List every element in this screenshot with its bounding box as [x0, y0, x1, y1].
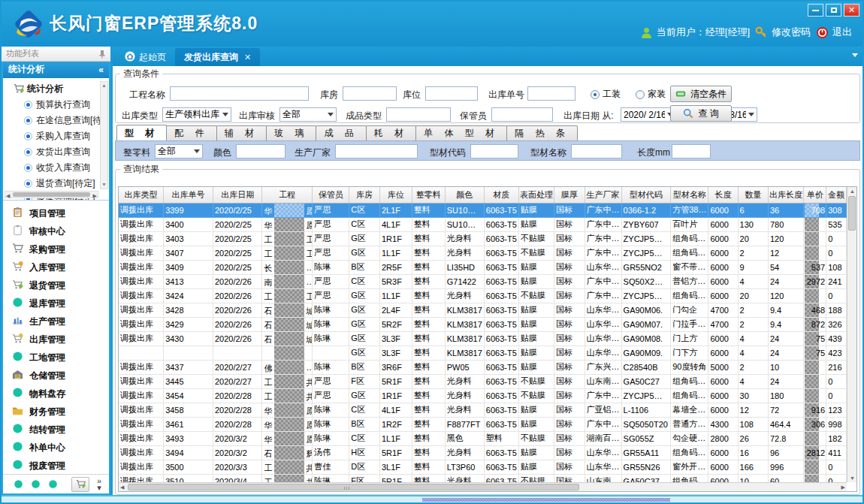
table-row[interactable]: 调拨出库34932020/3/2华原…陈琳C区1L1F整料黑色塑料不贴膜国标湖南… [119, 431, 847, 445]
tree-item-3[interactable]: 发货出库查询 [6, 144, 107, 160]
table-row[interactable]: 调拨出库34372020/2/27佛…陈琳B区3R6F整料PW056063-T5… [119, 360, 847, 374]
table-row[interactable]: 调拨出库34092020/2/25长…陈琳B区2R5F整料LI35HD6063-… [119, 260, 847, 274]
dot-icon[interactable] [48, 479, 58, 489]
order-no-input[interactable] [527, 86, 575, 101]
project-name-input[interactable] [170, 86, 309, 101]
table-row[interactable]: 调拨出库34302020/2/26石城陈琳G区3L3F整料KLM38176063… [119, 331, 847, 346]
horizontal-scrollbar-thumb[interactable] [128, 484, 579, 490]
material-tab-4[interactable]: 成 品 [316, 125, 366, 140]
material-tab-0[interactable]: 型 材 [116, 125, 167, 140]
radio-home[interactable]: 家装 [636, 88, 666, 101]
material-tab-1[interactable]: 配 件 [166, 125, 216, 140]
column-header-film[interactable]: 膜厚 [554, 187, 585, 203]
sidebar-item-10[interactable]: 物料盘存 [3, 385, 109, 403]
pin-icon[interactable] [98, 50, 106, 59]
table-row[interactable]: 调拨出库35102020/3/4工共工程陈琳F区5R1F整料光身料6063-T5… [119, 474, 847, 482]
table-row[interactable]: 调拨出库34452020/2/27工共工程严思F区5R1F整料光身料6063-T… [119, 374, 847, 388]
maker-input[interactable] [335, 144, 418, 158]
minimize-button[interactable] [808, 4, 823, 17]
sidebar-item-4[interactable]: 退货管理 [3, 276, 109, 294]
tree-item-0[interactable]: 预算执行查询 [6, 97, 107, 113]
table-row[interactable]: 调拨出库34942020/3/2石辉城汤伟H区5R1F整料光身料6063-T5贴… [119, 445, 847, 460]
logout-button[interactable]: 退出 [816, 26, 852, 39]
tree-item-2[interactable]: 采购入库查询 [6, 128, 107, 144]
profile-code-input[interactable] [470, 144, 518, 158]
sidebar-item-5[interactable]: 退库管理 [3, 294, 109, 312]
vertical-scrollbar[interactable]: ▲ ▼ [847, 187, 856, 482]
change-password-button[interactable]: 修改密码 [755, 26, 811, 39]
sidebar-item-2[interactable]: 采购管理 [3, 240, 109, 258]
column-header-outlen[interactable]: 出库长度 [768, 187, 803, 203]
material-tab-2[interactable]: 辅 材 [216, 125, 267, 140]
clear-conditions-button[interactable]: 清空条件 [670, 86, 732, 102]
sidebar-item-13[interactable]: 补单中心 [3, 439, 109, 457]
close-button[interactable]: ✕ [844, 4, 859, 17]
material-tab-7[interactable]: 隔 热 条 [506, 125, 578, 140]
table-row[interactable]: 调拨出库34542020/2/28工共工程严思G区1R1F整料光身料6063-T… [119, 388, 847, 403]
column-header-date[interactable]: 出库日期 [213, 187, 261, 203]
column-header-name[interactable]: 型材名称 [671, 187, 708, 203]
table-row[interactable]: 调拨出库34292020/2/26石城陈琳G区5R2F整料KLM38176063… [119, 317, 847, 331]
sidebar-item-1[interactable]: 审核中心 [3, 222, 109, 240]
tree-item-4[interactable]: 收货入库查询 [6, 160, 107, 176]
collapse-icon[interactable]: « [98, 65, 104, 75]
column-header-code[interactable]: 型材代码 [621, 187, 671, 203]
radio-industrial[interactable]: 工装 [591, 88, 621, 101]
color-input[interactable] [236, 144, 285, 158]
sidebar-item-14[interactable]: 报废管理 [3, 457, 109, 474]
maximize-button[interactable] [826, 4, 841, 17]
tree-root[interactable]: 统计分析 [6, 81, 107, 97]
table-row[interactable]: 调拨出库34032020/2/25工工程严思G区1R1F整料光身料6063-T5… [119, 231, 847, 246]
tab-1[interactable]: 发货出库查询✕ [175, 48, 260, 66]
column-header-wh[interactable]: 库房 [349, 187, 380, 203]
product-type-input[interactable] [386, 107, 451, 122]
column-header-no[interactable]: 出库单号 [164, 187, 213, 203]
column-header-keeper[interactable]: 保管员 [313, 187, 349, 203]
sidebar-item-8[interactable]: 工地管理 [3, 349, 109, 367]
sidebar-item-9[interactable]: 仓储管理 [3, 367, 109, 385]
table-row[interactable]: 调拨出库34282020/2/26石城陈琳G区2L4F整料KLM38176063… [119, 303, 847, 317]
sidebar-item-12[interactable]: 结转管理 [3, 421, 109, 439]
column-header-type[interactable]: 出库类型 [119, 187, 164, 203]
material-tab-5[interactable]: 耗 材 [366, 125, 416, 140]
tree-item-5[interactable]: 退货查询[待定] [6, 176, 107, 192]
sidebar-item-6[interactable]: 生产管理 [3, 312, 109, 330]
keeper-input[interactable] [491, 107, 553, 122]
column-header-maker[interactable]: 生产厂家 [585, 187, 621, 203]
tree-horizontal-scrollbar[interactable]: ◀▶ [5, 191, 98, 198]
sidebar-item-3[interactable]: 入库管理 [3, 258, 109, 276]
column-header-proj[interactable]: 工程 [262, 187, 313, 203]
sidebar-item-0[interactable]: 项目管理 [3, 204, 109, 222]
column-header-mat[interactable]: 材质 [484, 187, 518, 203]
sidebar-section-header[interactable]: 统计分析 « [3, 62, 109, 78]
table-row[interactable]: 调拨出库34002020/2/25华原…严思C区4L1F整料SU10…6063-… [119, 217, 847, 231]
sidebar-item-7[interactable]: 出库管理 [3, 330, 109, 349]
dot-icon[interactable] [31, 479, 41, 489]
vertical-scrollbar-thumb[interactable] [848, 196, 856, 231]
dot-icon[interactable] [14, 479, 23, 489]
date-from-picker[interactable]: 2020/ 2/16 [621, 107, 676, 122]
cart-toolbar-button[interactable] [71, 477, 89, 492]
length-input[interactable] [672, 144, 711, 158]
table-row[interactable]: 调拨出库35002020/3/3工共工程曹佳D区3L1F整料LT3P606063… [119, 460, 847, 474]
column-header-amt[interactable]: 金额 [826, 187, 847, 203]
warehouse-input[interactable] [343, 86, 397, 101]
horizontal-scrollbar[interactable]: ◀ ▶ [119, 482, 847, 491]
column-header-color[interactable]: 颜色 [445, 187, 484, 203]
table-row[interactable]: 调拨出库34582020/2/28华原…陈琳C区4L1F整料光身料6063-T5… [119, 403, 847, 417]
profile-name-input[interactable] [571, 144, 622, 158]
out-type-combo[interactable]: 生产领料出库 [162, 107, 231, 122]
table-row[interactable]: 调拨出库34132020/2/26南…严思C区5R3F整料G714226063-… [119, 274, 847, 288]
table-row[interactable]: G区3L3F整料KLM38176063-T5贴膜国标山东华…GA90M09.门下… [119, 346, 847, 360]
tab-close-icon[interactable]: ✕ [244, 53, 251, 62]
tab-0[interactable]: 起始页 [116, 48, 175, 66]
location-input[interactable] [425, 86, 478, 101]
table-row[interactable]: 调拨出库34242020/2/26工工程严思G区1L1F整料光身料6063-T5… [119, 288, 847, 303]
table-row[interactable]: 调拨出库34072020/2/25工工程严思G区1L1F整料光身料6063-T5… [119, 246, 847, 260]
tab-list-dropdown-icon[interactable] [852, 53, 858, 57]
column-header-len[interactable]: 长度 [708, 187, 738, 203]
column-header-price[interactable]: 单价 [804, 187, 826, 203]
tree-item-1[interactable]: 在途信息查询[待 [6, 113, 107, 128]
audit-combo[interactable]: 全部 [279, 107, 337, 122]
column-header-loc[interactable]: 库位 [379, 187, 412, 203]
